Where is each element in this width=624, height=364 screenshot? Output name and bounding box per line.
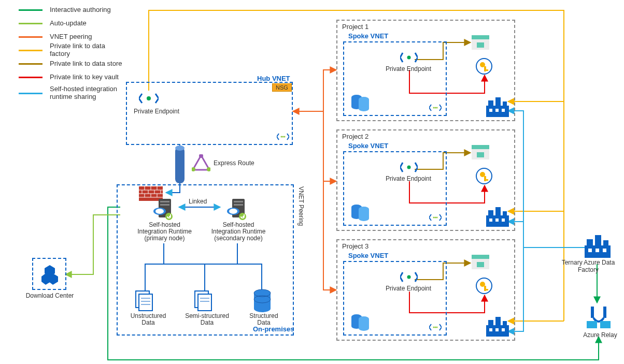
svg-rect-93	[488, 210, 493, 215]
svg-point-57	[359, 106, 369, 111]
svg-rect-122	[502, 328, 505, 331]
project3-spoke-title: Spoke VNET	[348, 252, 388, 259]
svg-point-81	[359, 216, 369, 221]
project1-spoke-title: Spoke VNET	[348, 32, 388, 40]
project3-storage-icon	[472, 255, 489, 271]
svg-point-59	[435, 107, 436, 109]
semi-structured-data-label: Semi-structured Data	[182, 313, 232, 326]
project2-title: Project 2	[342, 133, 368, 140]
svg-point-75	[407, 166, 411, 169]
project1-storage-icon	[472, 35, 489, 51]
svg-rect-87	[477, 152, 484, 157]
project3-keyvault-icon	[476, 278, 492, 296]
shir-secondary-label: Self-hostedIntegration Runtime(secondary…	[207, 222, 270, 242]
shir-primary-label: Self-hostedIntegration Runtime(primary n…	[135, 222, 194, 242]
svg-rect-67	[484, 69, 488, 71]
svg-rect-115	[484, 289, 488, 290]
svg-rect-119	[503, 321, 507, 325]
svg-rect-109	[472, 255, 489, 259]
hub-private-endpoint-label: Private Endpoint	[131, 108, 182, 115]
shir-secondary-icon	[227, 196, 250, 222]
legend-item-private-link-adf: Private link to data factory	[19, 45, 122, 56]
legend: Interactive authoring Auto-update VNET p…	[19, 4, 122, 104]
svg-rect-96	[489, 219, 492, 222]
svg-rect-40	[198, 294, 211, 311]
ternary-adf-label: Ternary Azure Data Factory	[554, 259, 623, 273]
svg-rect-131	[603, 307, 606, 318]
nsg-badge: NSG	[272, 83, 292, 92]
svg-point-99	[407, 275, 411, 279]
project1-db-icon	[350, 92, 370, 113]
private-endpoint-icon	[139, 91, 159, 108]
svg-rect-31	[234, 204, 243, 206]
project1-vnet-icon	[429, 104, 442, 113]
project3-adf-icon	[486, 316, 509, 338]
svg-rect-63	[477, 42, 484, 48]
gateway-cylinder-icon	[175, 145, 185, 187]
project3-private-endpoint-icon	[400, 270, 418, 285]
express-route-label: Express Route	[214, 159, 254, 167]
download-center-icon	[39, 264, 60, 286]
svg-rect-95	[503, 211, 507, 215]
svg-rect-94	[495, 207, 501, 215]
svg-point-0	[147, 96, 151, 100]
unstructured-data-label: Unstructured Data	[127, 313, 169, 326]
project2-adf-icon	[486, 206, 509, 228]
svg-rect-128	[595, 249, 599, 252]
svg-point-84	[436, 217, 438, 219]
svg-rect-125	[595, 235, 601, 245]
svg-point-1	[281, 136, 282, 138]
svg-point-3	[284, 136, 286, 138]
legend-item-vnet-peering: VNET peering	[19, 31, 122, 42]
project3-title: Project 3	[342, 242, 368, 250]
svg-rect-73	[495, 109, 499, 112]
svg-rect-126	[603, 240, 608, 245]
svg-point-45	[254, 305, 271, 312]
project1-adf-icon	[486, 96, 509, 119]
svg-rect-91	[484, 179, 488, 181]
linked-label: Linked	[189, 198, 207, 205]
project1-title: Project 1	[342, 23, 368, 31]
unstructured-data-icon	[134, 290, 157, 314]
legend-item-interactive-authoring: Interactive authoring	[19, 4, 122, 16]
svg-rect-111	[477, 262, 484, 267]
svg-point-107	[435, 327, 436, 328]
svg-point-2	[282, 136, 284, 138]
project1-private-endpoint-icon	[400, 51, 418, 66]
project2-vnet-icon	[429, 213, 442, 223]
svg-rect-124	[587, 239, 593, 245]
hub-vnet-title: Hub VNET	[257, 75, 290, 82]
azure-relay-label: Azure Relay	[579, 331, 621, 339]
ternary-adf-icon	[585, 235, 611, 259]
svg-point-108	[436, 327, 438, 328]
shir-primary-icon	[153, 196, 176, 222]
svg-point-9	[192, 167, 195, 171]
svg-rect-30	[234, 201, 243, 202]
project2-keyvault-icon	[476, 168, 492, 186]
svg-rect-97	[495, 219, 499, 222]
svg-rect-69	[488, 100, 493, 106]
svg-rect-132	[587, 321, 597, 328]
svg-point-5	[175, 145, 185, 151]
svg-rect-127	[588, 249, 592, 252]
legend-item-private-link-store: Private link to data store	[19, 58, 122, 69]
svg-rect-118	[495, 317, 501, 325]
svg-point-51	[407, 56, 411, 60]
svg-rect-72	[489, 109, 492, 112]
project1-pe-label: Private Endpoint	[382, 65, 434, 72]
structured-data-label: Structured Data	[246, 313, 282, 326]
svg-rect-26	[160, 204, 169, 206]
svg-point-106	[433, 327, 435, 328]
structured-data-icon	[252, 289, 273, 314]
semi-structured-data-icon	[193, 290, 216, 314]
project3-vnet-icon	[429, 323, 442, 333]
svg-point-8	[207, 167, 210, 171]
svg-rect-121	[495, 328, 499, 331]
svg-rect-4	[175, 147, 185, 183]
project2-db-icon	[350, 202, 370, 223]
svg-point-82	[433, 217, 435, 219]
legend-item-private-link-keyvault: Private link to key vault	[19, 71, 122, 83]
project1-keyvault-icon	[476, 58, 492, 76]
download-center-label: Download Center	[24, 292, 76, 299]
project2-storage-icon	[472, 145, 489, 161]
